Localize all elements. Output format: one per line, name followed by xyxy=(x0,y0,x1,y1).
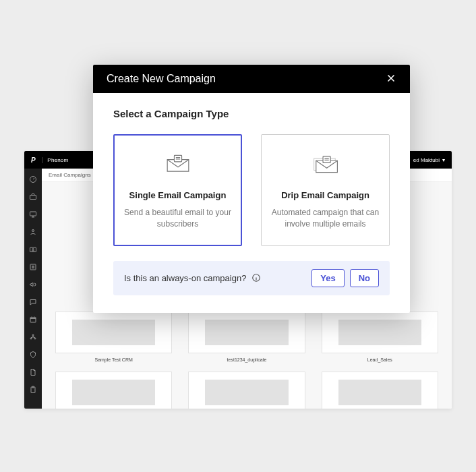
svg-rect-2 xyxy=(30,212,36,216)
template-card[interactable] xyxy=(188,372,305,409)
list-icon[interactable] xyxy=(29,263,37,271)
create-campaign-modal: Create New Campaign Select a Campaign Ty… xyxy=(93,65,410,313)
user-name: ed Maktubi xyxy=(413,157,440,163)
shield-icon[interactable] xyxy=(29,351,37,359)
brand-divider: | xyxy=(42,156,43,163)
template-card[interactable]: Lead_Sales xyxy=(322,312,438,362)
modal-subtitle: Select a Campaign Type xyxy=(113,108,390,119)
campaign-type-desc: Send a beautiful email to your subscribe… xyxy=(124,207,232,231)
app-brand: P | Phenom xyxy=(31,156,68,163)
org-icon[interactable] xyxy=(29,333,37,341)
svg-point-3 xyxy=(32,230,34,232)
modal-title: Create New Campaign xyxy=(107,73,216,85)
template-label: Sample Test CRM xyxy=(95,357,133,362)
calendar-icon[interactable] xyxy=(29,316,37,324)
always-on-yes-button[interactable]: Yes xyxy=(311,269,344,287)
campaign-type-desc: Automated campaign that can involve mult… xyxy=(272,207,380,231)
template-card[interactable] xyxy=(55,372,172,409)
user-menu[interactable]: ed Maktubi ▾ xyxy=(413,157,445,163)
always-on-no-button[interactable]: No xyxy=(350,269,379,287)
chevron-down-icon: ▾ xyxy=(442,157,445,163)
envelope-stack-icon xyxy=(313,154,338,177)
brand-logo: P xyxy=(31,156,38,163)
svg-point-5 xyxy=(32,249,34,250)
template-thumb xyxy=(55,312,172,353)
svg-rect-1 xyxy=(30,196,36,200)
always-on-question: Is this an always-on campaign? xyxy=(124,273,246,283)
svg-rect-13 xyxy=(174,155,181,162)
megaphone-icon[interactable] xyxy=(29,281,37,289)
envelope-icon xyxy=(165,154,191,177)
briefcase-icon[interactable] xyxy=(29,193,37,201)
template-card[interactable] xyxy=(322,372,438,409)
tab-email-campaigns[interactable]: Email Campaigns xyxy=(49,169,91,181)
always-on-question-group: Is this an always-on campaign? xyxy=(124,273,261,283)
chat-icon[interactable] xyxy=(29,298,37,306)
campaign-type-row: Single Email Campaign Send a beautiful e… xyxy=(113,134,390,246)
gauge-icon[interactable] xyxy=(29,175,37,183)
svg-rect-7 xyxy=(30,318,36,323)
brand-name: Phenom xyxy=(47,157,68,163)
folder-person-icon[interactable] xyxy=(29,245,37,254)
svg-point-8 xyxy=(32,334,34,336)
template-thumb xyxy=(188,372,305,409)
document-icon[interactable] xyxy=(29,368,37,376)
clipboard-icon[interactable] xyxy=(29,386,37,394)
svg-rect-14 xyxy=(323,156,330,163)
always-on-row: Is this an always-on campaign? Yes No xyxy=(113,261,390,295)
template-thumb xyxy=(55,372,172,409)
template-card[interactable]: test1234_duplicate xyxy=(188,312,305,362)
app-sidebar xyxy=(24,169,42,409)
template-label: Lead_Sales xyxy=(367,357,392,362)
svg-point-10 xyxy=(34,338,36,339)
template-thumb xyxy=(322,312,438,353)
campaign-type-single[interactable]: Single Email Campaign Send a beautiful e… xyxy=(113,134,242,246)
monitor-icon[interactable] xyxy=(29,210,37,218)
campaign-type-drip[interactable]: Drip Email Campaign Automated campaign t… xyxy=(261,134,390,246)
always-on-buttons: Yes No xyxy=(311,269,379,287)
info-icon[interactable] xyxy=(251,273,261,283)
modal-header: Create New Campaign xyxy=(93,65,410,93)
template-thumb xyxy=(322,372,438,409)
person-icon[interactable] xyxy=(29,228,37,236)
close-icon[interactable] xyxy=(386,73,396,86)
template-card[interactable]: Sample Test CRM xyxy=(55,312,172,362)
svg-point-9 xyxy=(30,338,32,339)
campaign-type-title: Drip Email Campaign xyxy=(281,190,369,200)
template-thumb xyxy=(188,312,305,353)
template-label: test1234_duplicate xyxy=(227,357,267,362)
campaign-type-title: Single Email Campaign xyxy=(129,190,227,200)
modal-body: Select a Campaign Type Single Email Camp… xyxy=(93,93,410,313)
